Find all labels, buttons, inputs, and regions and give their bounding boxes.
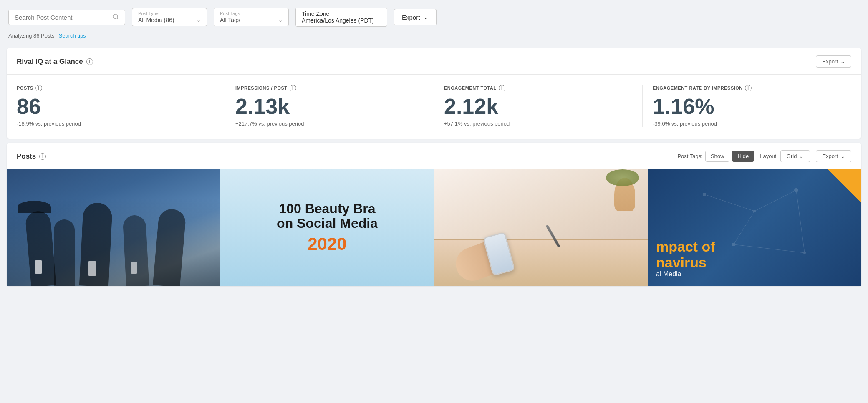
impact-line3: al Media [656, 270, 715, 278]
chevron-down-icon-2: ⌄ [278, 17, 283, 23]
post-tags-label: Post Tags [220, 11, 283, 16]
stat-engagement-total: ENGAGEMENT TOTAL i 2.12k +57.1% vs. prev… [434, 85, 643, 127]
posts-title: Posts [17, 152, 36, 161]
post-tags-control-label: Post Tags: [677, 153, 702, 159]
posts-controls: Post Tags: Show Hide Layout: Grid ⌄ Expo… [677, 150, 851, 162]
stat-posts-info-icon[interactable]: i [35, 85, 42, 91]
impact-text-group: mpact of navirus al Media [648, 231, 724, 286]
svg-line-7 [704, 194, 754, 211]
svg-line-9 [734, 211, 754, 244]
chevron-down-icon-6: ⌄ [840, 153, 845, 159]
svg-line-10 [796, 190, 805, 253]
beauty-brands-text-1: 100 Beauty Bra [277, 202, 378, 216]
post-card-1[interactable] [7, 169, 220, 286]
timezone-dropdown[interactable]: Time Zone America/Los Angeles (PDT) [295, 8, 387, 27]
analyzing-text: Analyzing 86 Posts [8, 33, 55, 39]
posts-export-button[interactable]: Export ⌄ [816, 150, 851, 162]
layout-group: Layout: Grid ⌄ [760, 150, 810, 162]
glance-export-button[interactable]: Export ⌄ [816, 55, 851, 68]
stat-engagement-rate-label: ENGAGEMENT RATE BY IMPRESSION [653, 86, 743, 91]
glance-title-group: Rival IQ at a Glance i [17, 58, 93, 66]
post-type-dropdown[interactable]: Post Type All Media (86) ⌄ [132, 8, 207, 26]
layout-grid-button[interactable]: Grid ⌄ [780, 150, 810, 162]
export-main-button[interactable]: Export ⌄ [394, 9, 437, 25]
svg-line-8 [754, 190, 796, 211]
stat-engagement-rate-change: -39.0% vs. previous period [653, 121, 851, 127]
stat-engagement-total-change: +57.1% vs. previous period [444, 121, 632, 127]
posts-header: Posts i Post Tags: Show Hide Layout: Gri… [7, 143, 861, 169]
stats-grid: POSTS i 86 -18.9% vs. previous period IM… [7, 75, 861, 139]
chevron-down-icon: ⌄ [197, 17, 201, 23]
stat-engagement-rate-info-icon[interactable]: i [745, 85, 752, 91]
post-tags-dropdown[interactable]: Post Tags All Tags ⌄ [214, 8, 289, 26]
glance-card: Rival IQ at a Glance i Export ⌄ POSTS i … [7, 48, 861, 139]
stat-engagement-total-label: ENGAGEMENT TOTAL [444, 86, 497, 91]
stat-posts-value: 86 [17, 96, 215, 117]
post-card-4[interactable]: mpact of navirus al Media [648, 169, 861, 286]
stat-impressions-info-icon[interactable]: i [290, 85, 296, 91]
glance-title: Rival IQ at a Glance [17, 58, 83, 66]
posts-info-icon[interactable]: i [39, 153, 46, 160]
beauty-brands-text-2: on Social Media [277, 216, 378, 231]
stat-posts-change: -18.9% vs. previous period [17, 121, 215, 127]
show-tags-button[interactable]: Show [705, 151, 730, 162]
glance-header: Rival IQ at a Glance i Export ⌄ [7, 48, 861, 75]
beauty-brands-year: 2020 [277, 234, 378, 254]
search-box[interactable] [8, 10, 125, 25]
chevron-down-icon-4: ⌄ [840, 58, 845, 65]
layout-grid-label: Grid [787, 153, 797, 159]
stat-impressions-label: IMPRESSIONS / POST [235, 86, 288, 91]
search-icon [112, 13, 119, 21]
stat-engagement-total-info-icon[interactable]: i [499, 85, 505, 91]
post-card-3[interactable] [434, 169, 648, 286]
stat-engagement-rate: ENGAGEMENT RATE BY IMPRESSION i 1.16% -3… [643, 85, 851, 127]
impact-line2: navirus [656, 255, 715, 270]
search-input[interactable] [15, 14, 109, 21]
glance-info-icon[interactable]: i [86, 58, 93, 65]
glance-export-label: Export [822, 58, 838, 65]
post-type-value: All Media (86) [138, 17, 174, 23]
posts-title-group: Posts i [17, 152, 46, 161]
posts-section: Posts i Post Tags: Show Hide Layout: Gri… [7, 143, 861, 286]
posts-grid: 100 Beauty Bra on Social Media 2020 [7, 169, 861, 286]
layout-label: Layout: [760, 153, 778, 159]
search-tips-link[interactable]: Search tips [59, 33, 86, 39]
export-main-label: Export [402, 14, 420, 21]
timezone-value: America/Los Angeles (PDT) [302, 17, 374, 24]
sub-bar: Analyzing 86 Posts Search tips [0, 31, 868, 44]
timezone-label: Time Zone [302, 10, 381, 17]
impact-line1: mpact of [656, 239, 715, 254]
stat-impressions-change: +217.7% vs. previous period [235, 121, 424, 127]
hide-tags-button[interactable]: Hide [732, 151, 754, 162]
stat-impressions: IMPRESSIONS / POST i 2.13k +217.7% vs. p… [225, 85, 434, 127]
chevron-down-icon-3: ⌄ [423, 13, 429, 21]
post-card-2[interactable]: 100 Beauty Bra on Social Media 2020 [220, 169, 434, 286]
svg-line-11 [734, 244, 805, 253]
post-tags-toggle-group: Post Tags: Show Hide [677, 151, 754, 162]
post-tags-value: All Tags [220, 17, 240, 23]
svg-line-1 [117, 18, 118, 19]
chevron-down-icon-5: ⌄ [799, 153, 804, 159]
post-type-label: Post Type [138, 11, 201, 16]
stat-engagement-rate-value: 1.16% [653, 96, 851, 117]
stat-engagement-total-value: 2.12k [444, 96, 632, 117]
stat-posts: POSTS i 86 -18.9% vs. previous period [17, 85, 225, 127]
svg-point-0 [113, 14, 118, 19]
stat-posts-label: POSTS [17, 86, 33, 91]
posts-export-label: Export [822, 153, 838, 159]
stat-impressions-value: 2.13k [235, 96, 424, 117]
top-bar: Post Type All Media (86) ⌄ Post Tags All… [0, 0, 868, 31]
